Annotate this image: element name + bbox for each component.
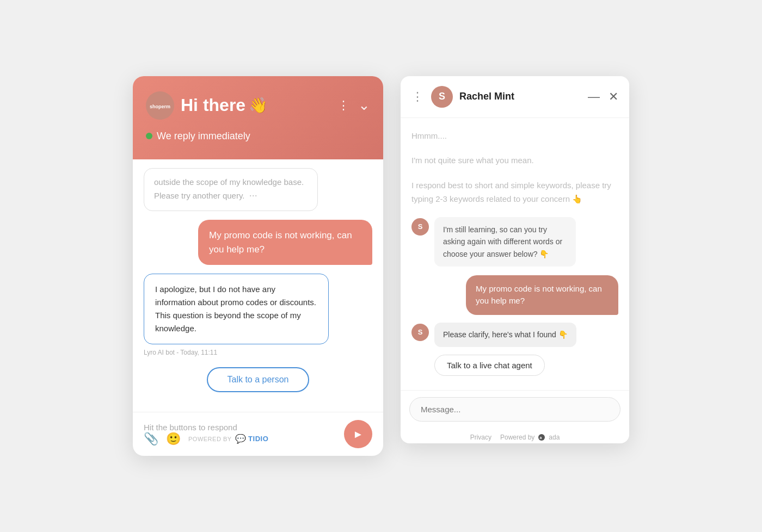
bot-message-3: I respond best to short and simple keywo…: [411, 178, 618, 206]
user-message-bubble: My promo code is not working, can you he…: [198, 220, 372, 265]
attachment-icon[interactable]: 📎: [144, 432, 158, 446]
bot-faded-message: outside the scope of my knowledge base. …: [144, 168, 318, 212]
timestamp: Lyro AI bot - Today, 11:11: [144, 349, 372, 356]
right-clarify-avatar: S: [411, 324, 429, 341]
right-more-options-icon[interactable]: ⋮: [411, 90, 423, 104]
left-logo: shopermint: [146, 91, 174, 120]
svg-text:shopermint: shopermint: [150, 104, 170, 109]
left-title: Hi there: [181, 95, 245, 115]
left-chat-widget: shopermint Hi there 👋 ⋮ ⌄ We reply immed…: [133, 76, 383, 456]
right-clarify-bubble: Please clarify, here's what I found 👇: [434, 323, 576, 347]
minimize-button[interactable]: —: [588, 90, 600, 104]
right-bot-avatar: S: [411, 218, 429, 236]
close-button[interactable]: ✕: [609, 90, 618, 104]
right-user-message: My promo code is not working, can you he…: [466, 275, 618, 315]
right-footer: Privacy Powered by a ada: [401, 429, 629, 443]
status-indicator: [146, 133, 152, 139]
right-agent-name: Rachel Mint: [459, 91, 581, 102]
more-options-icon[interactable]: ⋮: [337, 98, 349, 113]
privacy-link[interactable]: Privacy: [470, 434, 491, 441]
left-header: shopermint Hi there 👋 ⋮ ⌄ We reply immed…: [133, 76, 383, 159]
bot-message-4-bubble: I'm still learning, so can you try askin…: [434, 217, 576, 267]
send-icon: ►: [353, 428, 364, 441]
right-agent-avatar: S: [431, 86, 453, 108]
emoji-icon[interactable]: 🙂: [166, 432, 181, 446]
left-chat-area: outside the scope of my knowledge base. …: [133, 159, 383, 412]
bot-reply-bubble: I apologize, but I do not have any infor…: [144, 274, 329, 344]
ada-powered: Powered by a ada: [500, 434, 560, 441]
right-message-input[interactable]: [409, 397, 620, 422]
collapse-icon[interactable]: ⌄: [358, 97, 370, 114]
live-agent-button[interactable]: Talk to a live chat agent: [434, 355, 545, 376]
bot-message-4-row: S I'm still learning, so can you try ask…: [411, 217, 618, 267]
powered-by-label: POWERED BY 💬 TIDIO: [188, 434, 268, 444]
tidio-logo: 💬 TIDIO: [235, 434, 269, 444]
right-input-area: [401, 390, 629, 429]
input-hint: Hit the buttons to respond: [144, 423, 268, 432]
right-chat-area: Hmmm.... I'm not quite sure what you mea…: [401, 118, 629, 390]
status-text: We reply immediately: [157, 131, 250, 142]
talk-to-person-button[interactable]: Talk to a person: [207, 367, 310, 392]
left-footer: Hit the buttons to respond 📎 🙂 POWERED B…: [133, 412, 383, 456]
right-header: ⋮ S Rachel Mint — ✕: [401, 76, 629, 118]
right-clarify-row: S Please clarify, here's what I found 👇: [411, 323, 618, 347]
right-chat-widget: ⋮ S Rachel Mint — ✕ Hmmm.... I'm not qui…: [401, 76, 629, 443]
send-button[interactable]: ►: [344, 420, 372, 448]
svg-text:a: a: [540, 436, 542, 440]
wave-icon: 👋: [249, 96, 268, 114]
bot-message-1: Hmmm....: [411, 129, 618, 143]
bot-message-2: I'm not quite sure what you mean.: [411, 153, 618, 168]
